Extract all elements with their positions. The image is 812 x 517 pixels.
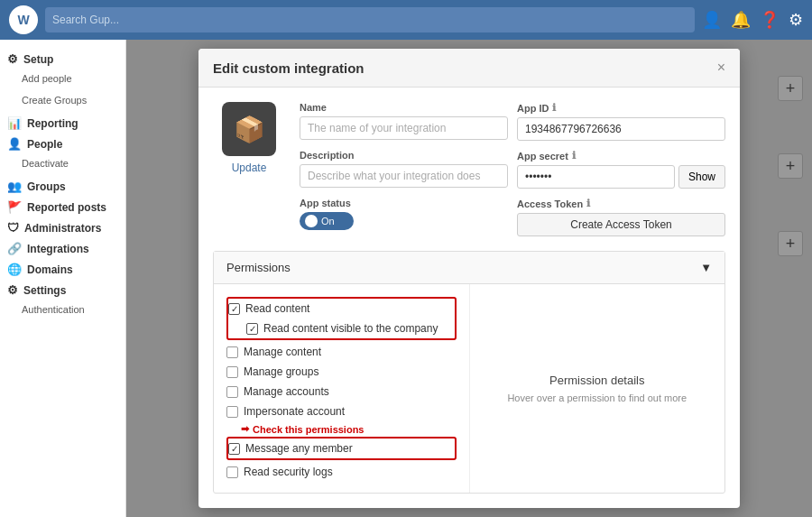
perm-manage-accounts[interactable]: Manage accounts (226, 382, 457, 402)
permissions-section: Permissions ▼ Read content (213, 251, 725, 494)
sidebar-item-administrators[interactable]: 🛡 Administrators (0, 216, 125, 236)
message-member-highlight: Message any member (226, 437, 457, 460)
modal-overlay: Edit custom integration × 📦 Update (126, 40, 812, 517)
integrations-icon: 🔗 (7, 242, 22, 255)
permissions-header[interactable]: Permissions ▼ (214, 252, 724, 284)
app-secret-field-group: App secret ℹ Show (517, 150, 725, 189)
modal-header: Edit custom integration × (198, 49, 740, 88)
integration-icon: 📦 (222, 102, 276, 156)
domains-icon: 🌐 (7, 263, 22, 276)
read-content-highlight: Read content Read content visible to the… (226, 297, 457, 340)
sidebar-item-integrations[interactable]: 🔗 Integrations (0, 236, 125, 257)
bell-icon[interactable]: 🔔 (731, 10, 751, 30)
cube-icon: 📦 (234, 115, 265, 144)
app-status-section: App status On (300, 198, 508, 236)
sidebar-item-people[interactable]: 👤 People (0, 132, 125, 152)
main-layout: ⚙ Setup Add people Create Groups 📊 Repor… (0, 40, 812, 517)
modal-top-section: 📦 Update Name (213, 102, 725, 236)
description-field-group: Description (300, 150, 508, 189)
perm-message-member-checkbox[interactable] (228, 443, 240, 455)
access-token-field-group: Access Token ℹ Create Access Token (517, 198, 725, 236)
question-icon[interactable]: ❓ (760, 10, 780, 30)
sidebar-item-create-groups[interactable]: Create Groups (0, 89, 125, 111)
permission-details-hint: Hover over a permission to find out more (507, 392, 687, 403)
chevron-down-icon: ▼ (700, 261, 712, 274)
topbar-icons: 👤 🔔 ❓ ⚙ (702, 10, 803, 30)
modal-title: Edit custom integration (213, 60, 364, 76)
sidebar: ⚙ Setup Add people Create Groups 📊 Repor… (0, 40, 126, 517)
app-logo: W (9, 5, 38, 34)
sidebar-item-reported-posts[interactable]: 🚩 Reported posts (0, 195, 125, 216)
app-secret-label: App secret ℹ (517, 150, 725, 162)
name-label: Name (300, 102, 508, 113)
sidebar-item-groups[interactable]: 👥 Groups (0, 174, 125, 195)
setup-icon: ⚙ (7, 52, 18, 66)
sidebar-item-reporting[interactable]: 📊 Reporting (0, 111, 125, 132)
gear-icon[interactable]: ⚙ (789, 10, 803, 30)
search-input[interactable] (45, 7, 695, 32)
app-id-label: App ID ℹ (517, 102, 725, 114)
sidebar-item-domains[interactable]: 🌐 Domains (0, 257, 125, 278)
perm-read-content-checkbox[interactable] (228, 303, 240, 315)
app-id-field-group: App ID ℹ (517, 102, 725, 141)
access-token-label: Access Token ℹ (517, 198, 725, 209)
reporting-icon: 📊 (7, 116, 22, 130)
person-circle-icon[interactable]: 👤 (702, 10, 722, 30)
groups-icon: 👥 (7, 180, 22, 193)
app-status-label: App status (300, 198, 508, 208)
show-secret-button[interactable]: Show (678, 165, 725, 189)
update-link[interactable]: Update (232, 162, 267, 174)
permission-details-title: Permission details (549, 374, 645, 387)
description-label: Description (300, 150, 508, 161)
sidebar-item-authentication[interactable]: Authentication (0, 299, 125, 320)
sidebar-item-setup[interactable]: ⚙ Setup (0, 47, 125, 68)
people-icon: 👤 (7, 137, 22, 151)
perm-security-logs-checkbox[interactable] (226, 466, 238, 478)
perm-manage-content[interactable]: Manage content (226, 342, 457, 362)
app-secret-info-icon: ℹ (572, 150, 576, 162)
modal-body: 📦 Update Name (198, 88, 740, 508)
modal-edit-integration: Edit custom integration × 📦 Update (198, 49, 740, 508)
content-area: + + + Edit custom integration × (126, 40, 812, 517)
name-input[interactable] (300, 116, 508, 140)
permissions-right: Permission details Hover over a permissi… (470, 284, 725, 493)
sidebar-item-settings[interactable]: ⚙ Settings (0, 278, 125, 299)
app-secret-input[interactable] (517, 165, 675, 189)
description-input[interactable] (300, 164, 508, 188)
app-id-info-icon: ℹ (552, 102, 556, 114)
annotation-area: ➡ Check this permissions (226, 423, 457, 435)
create-access-token-button[interactable]: Create Access Token (517, 213, 725, 236)
permissions-body: Read content Read content visible to the… (214, 284, 724, 493)
app-secret-input-group: Show (517, 165, 725, 189)
integration-icon-area: 📦 Update (213, 102, 285, 236)
admin-icon: 🛡 (7, 221, 19, 235)
sidebar-item-add-people[interactable]: Add people (0, 68, 125, 89)
sidebar-item-deactivate[interactable]: Deactivate (0, 152, 125, 174)
name-field-group: Name (300, 102, 508, 141)
close-icon[interactable]: × (717, 60, 725, 76)
topbar: W 👤 🔔 ❓ ⚙ (0, 0, 812, 40)
perm-manage-content-checkbox[interactable] (226, 346, 238, 358)
perm-impersonate-account[interactable]: Impersonate account (226, 402, 457, 421)
perm-manage-groups-checkbox[interactable] (226, 366, 238, 378)
perm-manage-accounts-checkbox[interactable] (226, 386, 238, 398)
perm-read-security-logs[interactable]: Read security logs (226, 462, 457, 482)
toggle-container: On (300, 212, 508, 230)
perm-read-content-visible[interactable]: Read content visible to the company (228, 319, 455, 338)
access-token-info-icon: ℹ (586, 198, 590, 209)
perm-read-visible-checkbox[interactable] (246, 323, 258, 335)
modal-fields: Name App ID ℹ (300, 102, 725, 236)
settings-icon: ⚙ (7, 283, 18, 297)
check-annotation: ➡ Check this permissions (241, 423, 457, 435)
arrow-icon: ➡ (241, 423, 249, 435)
app-status-toggle[interactable]: On (300, 212, 354, 230)
permissions-left: Read content Read content visible to the… (214, 284, 470, 493)
toggle-circle (305, 215, 318, 227)
perm-read-content[interactable]: Read content (228, 299, 455, 319)
app-id-input[interactable] (517, 117, 725, 141)
perm-manage-groups[interactable]: Manage groups (226, 362, 457, 382)
perm-impersonate-checkbox[interactable] (226, 406, 238, 418)
flag-icon: 🚩 (7, 200, 22, 214)
perm-message-member[interactable]: Message any member (228, 439, 455, 458)
